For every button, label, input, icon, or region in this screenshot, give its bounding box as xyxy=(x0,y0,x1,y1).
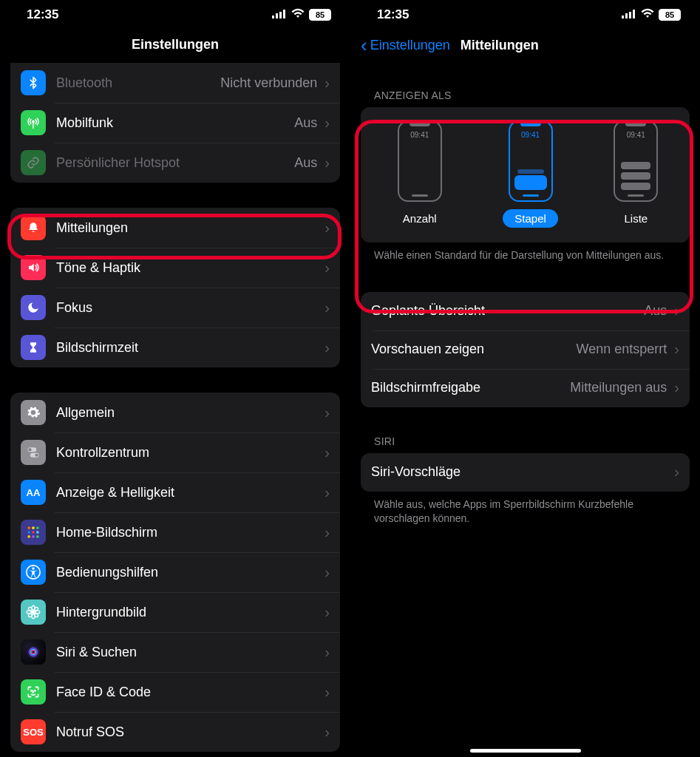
nav-bar: ‹ Einstellungen Mitteilungen xyxy=(350,27,700,64)
display-as-footer: Wähle einen Standard für die Darstellung… xyxy=(350,242,700,262)
row-value: Aus xyxy=(294,115,322,131)
anzeige-helligkeit-icon: AA xyxy=(21,480,46,505)
siri-group: Siri-Vorschläge › xyxy=(361,453,690,492)
row-siri-vorschlaege[interactable]: Siri-Vorschläge › xyxy=(361,453,690,492)
status-indicators: 85 xyxy=(272,7,331,22)
siri-footer: Wähle aus, welche Apps im Sperrbildschir… xyxy=(350,492,700,526)
notification-settings-group: Geplante ÜbersichtAus›Vorschauen zeigenW… xyxy=(361,292,690,407)
row-value: Mitteilungen aus xyxy=(570,380,671,396)
row-label: Notruf SOS xyxy=(56,724,124,740)
row-fokus[interactable]: Fokus› xyxy=(10,288,340,327)
row-bedienungshilfen[interactable]: Bedienungshilfen› xyxy=(10,552,340,592)
row-label: Mitteilungen xyxy=(56,220,128,236)
row-allgemein[interactable]: Allgemein› xyxy=(10,393,340,432)
row-pers-nlicher-hotspot[interactable]: Persönlicher HotspotAus› xyxy=(10,143,340,183)
row-geplante-bersicht[interactable]: Geplante ÜbersichtAus› xyxy=(361,292,690,330)
siri-header: SIRI xyxy=(350,435,700,453)
chevron-right-icon: › xyxy=(324,524,330,541)
phone-illustration: 09:41 xyxy=(398,120,442,202)
row-value: Wenn entsperrt xyxy=(577,342,672,357)
chevron-right-icon: › xyxy=(324,155,330,172)
chevron-right-icon: › xyxy=(324,75,330,92)
row-bluetooth[interactable]: BluetoothNicht verbunden› xyxy=(10,63,340,103)
row-home-bildschirm[interactable]: Home-Bildschirm› xyxy=(10,512,340,552)
row-label: Bluetooth xyxy=(56,75,112,91)
moon-icon xyxy=(21,295,46,320)
chevron-right-icon: › xyxy=(324,604,330,621)
settings-screen: 12:35 85 Einstellungen BluetoothNicht ve… xyxy=(0,0,350,757)
row-value: Nicht verbunden xyxy=(220,75,322,91)
row-label: Hintergrundbild xyxy=(56,605,146,620)
svg-rect-10 xyxy=(32,527,34,529)
notruf-sos-icon: SOS xyxy=(21,719,46,744)
back-chevron-icon[interactable]: ‹ xyxy=(361,34,367,57)
svg-point-8 xyxy=(35,454,38,457)
row-label: Home-Bildschirm xyxy=(56,525,157,540)
row-value: Aus xyxy=(644,303,671,319)
battery-indicator: 85 xyxy=(659,9,681,21)
svg-rect-12 xyxy=(28,531,30,533)
row-label: Allgemein xyxy=(56,405,115,421)
row-t-ne-haptik[interactable]: Töne & Haptik› xyxy=(10,248,340,288)
notifications-screen: 12:35 85 ‹ Einstellungen Mitteilungen AN… xyxy=(350,0,700,757)
chevron-right-icon: › xyxy=(324,115,330,132)
svg-rect-0 xyxy=(272,16,274,18)
status-bar: 12:35 85 xyxy=(0,0,350,27)
display-as-options: 09:41Anzahl09:41Stapel09:41Liste xyxy=(361,107,690,242)
row-vorschauen-zeigen[interactable]: Vorschauen zeigenWenn entsperrt› xyxy=(361,330,690,369)
row-bildschirmzeit[interactable]: Bildschirmzeit› xyxy=(10,327,340,367)
row-label: Siri-Vorschläge xyxy=(371,464,461,480)
phone-illustration: 09:41 xyxy=(614,120,658,202)
svg-rect-14 xyxy=(36,531,38,533)
home-indicator[interactable] xyxy=(470,749,581,753)
row-bildschirmfreigabe[interactable]: BildschirmfreigabeMitteilungen aus› xyxy=(361,369,690,407)
svg-rect-37 xyxy=(629,12,631,18)
phone-illustration: 09:41 xyxy=(509,120,553,202)
row-face-id-code[interactable]: Face ID & Code› xyxy=(10,672,340,712)
notifications-group: Mitteilungen›Töne & Haptik›Fokus›Bildsch… xyxy=(10,208,340,367)
row-kontrollzentrum[interactable]: Kontrollzentrum› xyxy=(10,432,340,472)
svg-rect-3 xyxy=(283,10,285,18)
display-option-stapel[interactable]: 09:41Stapel xyxy=(503,120,558,228)
svg-rect-35 xyxy=(622,16,624,18)
display-option-anzahl[interactable]: 09:41Anzahl xyxy=(391,120,449,228)
row-siri-suchen[interactable]: Siri & Suchen› xyxy=(10,632,340,672)
chevron-right-icon: › xyxy=(324,404,330,421)
row-label: Kontrollzentrum xyxy=(56,445,149,461)
row-hintergrundbild[interactable]: Hintergrundbild› xyxy=(10,592,340,632)
display-option-liste[interactable]: 09:41Liste xyxy=(612,120,659,228)
row-mitteilungen[interactable]: Mitteilungen› xyxy=(10,208,340,248)
row-value: Aus xyxy=(294,155,322,171)
svg-point-19 xyxy=(32,567,34,569)
display-as-group: 09:41Anzahl09:41Stapel09:41Liste xyxy=(361,107,690,242)
svg-point-6 xyxy=(28,448,31,451)
chevron-right-icon: › xyxy=(324,684,330,701)
wifi-icon xyxy=(291,7,305,22)
bluetooth-icon xyxy=(21,70,46,95)
svg-point-34 xyxy=(35,690,35,691)
row-label: Geplante Übersicht xyxy=(371,303,485,319)
row-label: Töne & Haptik xyxy=(56,260,140,276)
status-indicators: 85 xyxy=(622,7,681,22)
svg-rect-1 xyxy=(276,13,278,18)
row-label: Persönlicher Hotspot xyxy=(56,155,180,171)
chevron-right-icon: › xyxy=(324,259,330,276)
speaker-icon xyxy=(21,255,46,280)
row-mobilfunk[interactable]: MobilfunkAus› xyxy=(10,103,340,143)
svg-rect-17 xyxy=(36,535,38,537)
chevron-right-icon: › xyxy=(324,644,330,661)
svg-rect-36 xyxy=(625,13,628,18)
chevron-right-icon: › xyxy=(324,444,330,461)
chevron-right-icon: › xyxy=(324,299,330,316)
row-anzeige-helligkeit[interactable]: AAAnzeige & Helligkeit› xyxy=(10,472,340,512)
chevron-right-icon: › xyxy=(324,724,330,741)
page-title: Einstellungen xyxy=(0,27,350,61)
signal-icon xyxy=(272,7,287,22)
back-button[interactable]: Einstellungen xyxy=(370,38,450,53)
faceid-icon xyxy=(21,679,46,705)
svg-point-33 xyxy=(31,690,32,691)
row-label: Vorschauen zeigen xyxy=(371,342,484,357)
svg-point-20 xyxy=(32,611,35,614)
row-notruf-sos[interactable]: SOSNotruf SOS› xyxy=(10,712,340,752)
antenna-icon xyxy=(21,110,46,135)
